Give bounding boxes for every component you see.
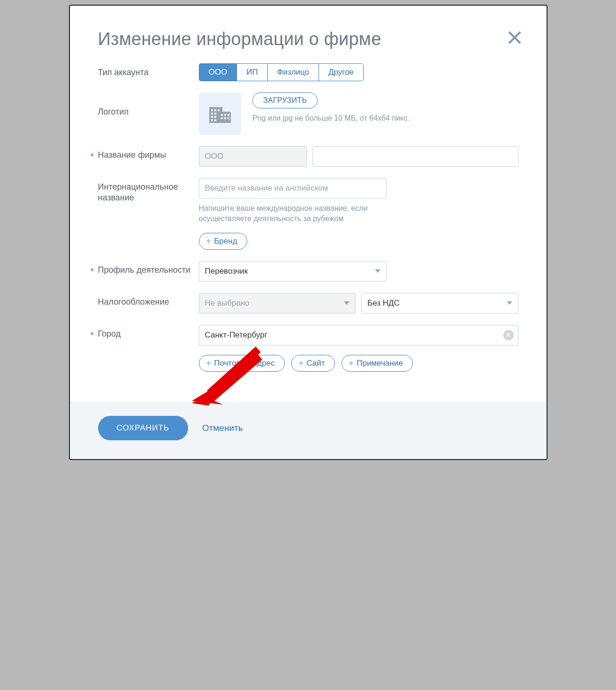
required-marker: *	[91, 150, 94, 162]
intl-name-label: Интернациональное название	[98, 178, 199, 204]
plus-icon: +	[349, 359, 354, 368]
company-name-label: *Название фирмы	[98, 146, 199, 161]
save-button[interactable]: СОХРАНИТЬ	[98, 416, 188, 440]
chevron-down-icon	[507, 301, 512, 305]
company-name-input[interactable]	[312, 146, 518, 167]
chevron-down-icon	[344, 301, 350, 305]
tax-label: Налогообложение	[98, 293, 199, 307]
account-type-opt-ooo[interactable]: ООО	[199, 64, 237, 81]
close-icon	[506, 29, 523, 46]
svg-rect-11	[211, 119, 213, 121]
tax-system-select[interactable]: Не выбрано	[199, 293, 356, 314]
profile-label: *Профиль деятельности	[98, 261, 199, 276]
plus-icon: +	[298, 359, 304, 368]
account-type-label: Тип аккаунта	[98, 63, 199, 78]
close-button[interactable]	[506, 29, 523, 49]
logo-hint: Png или jpg не больше 10 МБ, от 64х64 пи…	[252, 113, 410, 123]
intl-name-input[interactable]	[199, 178, 387, 199]
building-icon	[209, 104, 231, 123]
svg-rect-18	[228, 117, 229, 119]
account-type-segmented: ООО ИП Физлицо Другое	[199, 63, 364, 81]
add-site-button[interactable]: +Сайт	[291, 355, 335, 372]
close-icon: ✕	[505, 331, 511, 338]
svg-rect-10	[214, 116, 216, 118]
required-marker: *	[91, 265, 94, 277]
svg-rect-4	[211, 109, 213, 111]
add-brand-button[interactable]: +Бренд	[199, 233, 247, 250]
logo-preview	[199, 92, 241, 135]
city-label: *Город	[98, 325, 199, 339]
profile-select[interactable]: Перевозчик	[199, 261, 387, 282]
required-marker: *	[91, 329, 94, 341]
plus-icon: +	[206, 237, 212, 246]
add-postal-address-button[interactable]: +Почтовый адрес	[199, 355, 285, 372]
svg-rect-9	[211, 116, 213, 118]
chevron-down-icon	[375, 269, 380, 273]
svg-rect-15	[228, 114, 229, 116]
svg-rect-17	[224, 117, 226, 119]
upload-logo-button[interactable]: ЗАГРУЗИТЬ	[252, 92, 318, 108]
modal-footer: СОХРАНИТЬ Отменить	[70, 402, 547, 459]
company-name-prefix	[199, 146, 307, 167]
cancel-link[interactable]: Отменить	[202, 423, 243, 433]
plus-icon: +	[206, 359, 212, 368]
logo-label: Логотип	[98, 92, 199, 117]
clear-city-button[interactable]: ✕	[503, 330, 514, 340]
svg-rect-16	[221, 117, 223, 119]
svg-rect-14	[224, 114, 226, 116]
city-input[interactable]	[199, 325, 518, 345]
svg-rect-12	[214, 119, 216, 121]
intl-name-hint: Напишите ваше международное название, ес…	[199, 203, 396, 224]
add-note-button[interactable]: +Примечание	[342, 355, 413, 372]
svg-rect-6	[218, 109, 220, 111]
edit-company-modal: Изменение информации о фирме Тип аккаунт…	[69, 5, 548, 460]
account-type-opt-ip[interactable]: ИП	[237, 64, 267, 81]
vat-select[interactable]: Без НДС	[361, 293, 518, 314]
svg-rect-7	[211, 113, 213, 115]
account-type-opt-fiz[interactable]: Физлицо	[268, 64, 319, 81]
account-type-opt-other[interactable]: Другое	[319, 64, 363, 81]
modal-title: Изменение информации о фирме	[98, 29, 518, 49]
svg-rect-8	[214, 113, 216, 115]
svg-rect-13	[221, 114, 223, 116]
svg-rect-5	[214, 109, 216, 111]
